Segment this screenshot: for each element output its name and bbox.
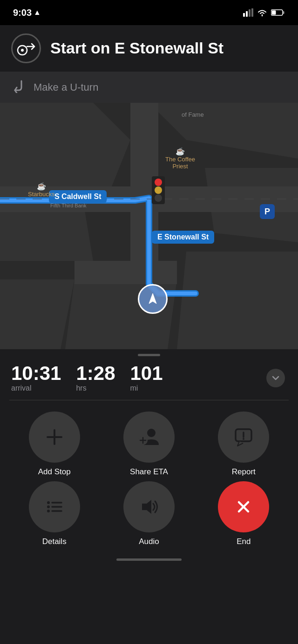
poi-fifth-third: Fifth Third Bank xyxy=(50,203,86,208)
end-label: End xyxy=(237,537,251,546)
svg-rect-5 xyxy=(283,11,284,14)
secondary-instruction: Make a U-turn xyxy=(0,72,298,103)
share-eta-button[interactable]: Share ETA xyxy=(104,412,194,477)
trip-stats: 10:31 arrival 1:28 hrs 101 mi xyxy=(9,356,289,400)
svg-marker-23 xyxy=(149,293,156,304)
navigation-header: Start on E Stonewall St xyxy=(0,25,298,72)
uturn-icon xyxy=(11,78,26,96)
end-circle xyxy=(218,481,269,532)
arrival-stat: 10:31 arrival xyxy=(11,364,61,392)
details-circle xyxy=(29,481,80,532)
battery-icon xyxy=(271,9,285,16)
time-display: 9:03 xyxy=(13,7,32,18)
svg-point-33 xyxy=(47,501,50,504)
svg-point-37 xyxy=(47,510,50,512)
duration-label: hrs xyxy=(76,384,115,392)
svg-rect-1 xyxy=(246,11,248,17)
audio-circle xyxy=(123,481,175,532)
svg-point-8 xyxy=(21,49,24,52)
report-label: Report xyxy=(232,467,256,477)
svg-marker-12 xyxy=(0,205,93,261)
street-label-caldwell: S Caldwell St xyxy=(49,190,107,203)
signal-icon xyxy=(243,8,253,17)
bottom-panel: 10:31 arrival 1:28 hrs 101 mi xyxy=(0,354,298,570)
nav-instruction: Start on E Stonewall St xyxy=(50,40,224,57)
location-arrow-icon: ▲ xyxy=(34,8,41,17)
poi-starbucks: ☕ Starbucks xyxy=(28,182,55,198)
add-stop-label: Add Stop xyxy=(38,467,71,477)
status-bar: 9:03 ▲ xyxy=(0,0,298,25)
details-label: Details xyxy=(42,537,67,546)
svg-marker-16 xyxy=(177,252,298,349)
action-grid: Add Stop Share ETA xyxy=(9,400,289,551)
duration-value: 1:28 xyxy=(76,364,115,383)
add-stop-circle xyxy=(29,412,80,463)
maneuver-icon xyxy=(11,33,41,63)
svg-rect-3 xyxy=(251,8,253,17)
end-button[interactable]: End xyxy=(199,481,289,546)
svg-point-35 xyxy=(47,505,50,508)
report-button[interactable]: Report xyxy=(199,412,289,477)
wifi-icon xyxy=(257,8,267,17)
map-view[interactable]: of Fame S Caldwell St E Stonewall St ☕ S… xyxy=(0,103,298,349)
svg-rect-0 xyxy=(243,13,245,17)
report-circle xyxy=(218,412,269,463)
secondary-instruction-text: Make a U-turn xyxy=(34,81,98,93)
distance-label: mi xyxy=(130,384,163,392)
parking-badge: P xyxy=(260,204,275,219)
share-eta-circle xyxy=(123,412,175,463)
svg-marker-39 xyxy=(142,500,151,514)
details-button[interactable]: Details xyxy=(9,481,99,546)
distance-stat: 101 mi xyxy=(130,364,163,392)
add-stop-button[interactable]: Add Stop xyxy=(9,412,99,477)
svg-point-26 xyxy=(147,429,156,437)
svg-rect-20 xyxy=(74,261,177,284)
svg-rect-2 xyxy=(249,9,251,17)
distance-value: 101 xyxy=(130,364,163,383)
arrival-value: 10:31 xyxy=(11,364,61,383)
home-indicator xyxy=(116,558,182,561)
poi-coffee-priest: ☕ The CoffeePriest xyxy=(165,147,195,170)
audio-label: Audio xyxy=(139,537,159,546)
street-label-stonewall: E Stonewall St xyxy=(152,231,214,244)
traffic-light xyxy=(152,176,165,204)
svg-text:of Fame: of Fame xyxy=(182,111,204,118)
current-location-arrow xyxy=(138,284,168,314)
duration-stat: 1:28 hrs xyxy=(76,364,115,392)
arrival-label: arrival xyxy=(11,384,61,392)
status-time: 9:03 ▲ xyxy=(13,7,41,18)
collapse-button[interactable] xyxy=(266,369,285,387)
status-icons xyxy=(243,8,285,17)
svg-point-32 xyxy=(243,438,244,440)
audio-button[interactable]: Audio xyxy=(104,481,194,546)
share-eta-label: Share ETA xyxy=(130,467,168,477)
svg-rect-6 xyxy=(272,11,276,15)
